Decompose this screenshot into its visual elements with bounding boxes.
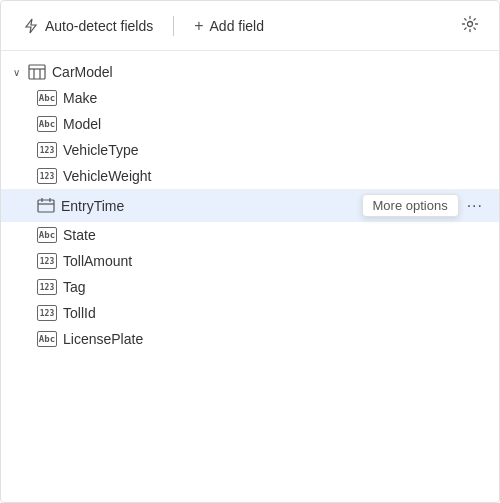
auto-detect-button[interactable]: Auto-detect fields: [17, 14, 159, 38]
abc-icon: Abc: [37, 227, 57, 243]
numeric-icon: 123: [37, 142, 57, 158]
group-row-carmodel[interactable]: ∨ CarModel: [1, 59, 499, 85]
toolbar-left: Auto-detect fields + Add field: [17, 13, 457, 39]
numeric-icon: 123: [37, 305, 57, 321]
add-field-label: Add field: [210, 18, 264, 34]
field-row-state[interactable]: Abc State: [1, 222, 499, 248]
ellipsis-icon: ···: [467, 197, 483, 215]
more-options-container: More options ···: [362, 194, 488, 217]
field-row-model[interactable]: Abc Model: [1, 111, 499, 137]
abc-icon: Abc: [37, 331, 57, 347]
field-row-tollid[interactable]: 123 TollId: [1, 300, 499, 326]
lightning-icon: [23, 18, 39, 34]
chevron-down-icon: ∨: [13, 67, 20, 78]
field-row-tollamount[interactable]: 123 TollAmount: [1, 248, 499, 274]
svg-rect-6: [38, 200, 54, 212]
svg-marker-0: [26, 19, 36, 33]
field-name-entrytime: EntryTime: [61, 198, 124, 214]
field-name-model: Model: [63, 116, 101, 132]
field-name-tollid: TollId: [63, 305, 96, 321]
clock-icon: [37, 198, 55, 214]
field-name-state: State: [63, 227, 96, 243]
abc-icon: Abc: [37, 116, 57, 132]
toolbar: Auto-detect fields + Add field: [1, 1, 499, 51]
field-name-licenseplate: LicensePlate: [63, 331, 143, 347]
svg-rect-2: [29, 65, 45, 79]
field-name-make: Make: [63, 90, 97, 106]
toolbar-divider: [173, 16, 174, 36]
field-name-tag: Tag: [63, 279, 86, 295]
settings-button[interactable]: [457, 11, 483, 40]
plus-icon: +: [194, 17, 203, 35]
numeric-icon: 123: [37, 253, 57, 269]
more-options-button[interactable]: ···: [463, 195, 487, 217]
field-row-vehicleweight[interactable]: 123 VehicleWeight: [1, 163, 499, 189]
numeric-icon: 123: [37, 279, 57, 295]
add-field-button[interactable]: + Add field: [188, 13, 270, 39]
field-row-licenseplate[interactable]: Abc LicensePlate: [1, 326, 499, 352]
auto-detect-label: Auto-detect fields: [45, 18, 153, 34]
field-list: ∨ CarModel Abc Make Abc Model 123: [1, 51, 499, 502]
gear-icon: [461, 15, 479, 36]
svg-point-1: [468, 22, 473, 27]
main-container: Auto-detect fields + Add field ∨: [0, 0, 500, 503]
group-name: CarModel: [52, 64, 113, 80]
field-row-make[interactable]: Abc Make: [1, 85, 499, 111]
field-row-entrytime[interactable]: EntryTime More options ···: [1, 189, 499, 222]
field-row-tag[interactable]: 123 Tag: [1, 274, 499, 300]
abc-icon: Abc: [37, 90, 57, 106]
field-name-tollamount: TollAmount: [63, 253, 132, 269]
more-options-tooltip: More options: [362, 194, 459, 217]
table-icon: [28, 64, 46, 80]
field-name-vehicletype: VehicleType: [63, 142, 139, 158]
field-row-vehicletype[interactable]: 123 VehicleType: [1, 137, 499, 163]
numeric-icon: 123: [37, 168, 57, 184]
field-name-vehicleweight: VehicleWeight: [63, 168, 151, 184]
